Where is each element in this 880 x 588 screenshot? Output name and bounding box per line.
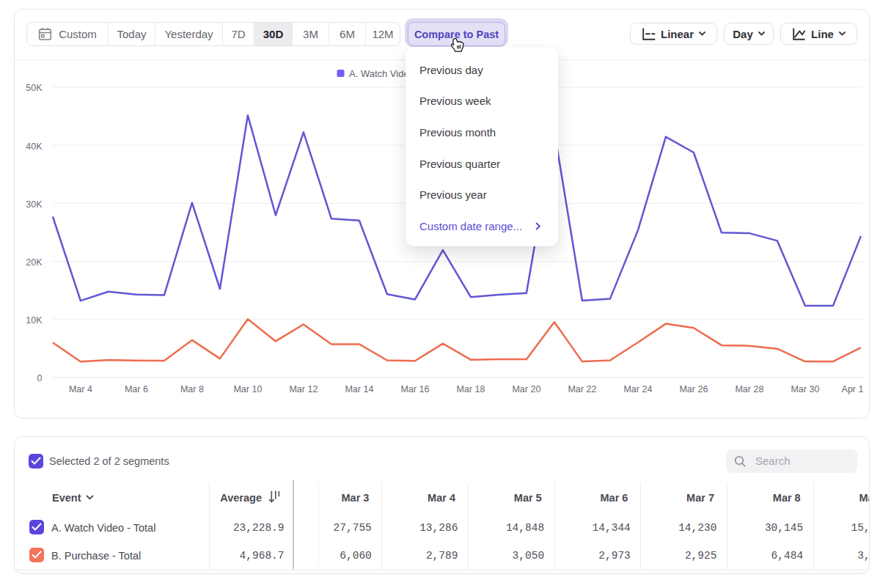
svg-text:Mar 28: Mar 28 — [735, 384, 763, 394]
svg-text:Mar 20: Mar 20 — [512, 384, 540, 394]
svg-text:Mar 26: Mar 26 — [679, 384, 708, 394]
svg-text:Mar 14: Mar 14 — [345, 384, 373, 394]
svg-text:20K: 20K — [26, 257, 43, 268]
svg-text:Mar 4: Mar 4 — [69, 384, 92, 394]
svg-text:Mar 16: Mar 16 — [400, 384, 429, 394]
svg-text:30K: 30K — [26, 199, 43, 210]
svg-text:Mar 6: Mar 6 — [125, 384, 148, 394]
svg-text:40K: 40K — [26, 142, 43, 152]
svg-text:Mar 10: Mar 10 — [233, 384, 262, 394]
svg-text:Mar 8: Mar 8 — [180, 384, 204, 394]
svg-text:50K: 50K — [26, 83, 43, 93]
svg-text:Mar 30: Mar 30 — [791, 384, 819, 394]
svg-text:Mar 12: Mar 12 — [289, 384, 318, 394]
svg-text:Mar 24: Mar 24 — [623, 384, 652, 394]
svg-text:0: 0 — [37, 373, 43, 383]
svg-text:Mar 18: Mar 18 — [456, 384, 485, 394]
svg-text:Apr 1: Apr 1 — [842, 384, 864, 394]
svg-text:10K: 10K — [26, 315, 43, 326]
svg-text:Mar 22: Mar 22 — [568, 384, 596, 394]
